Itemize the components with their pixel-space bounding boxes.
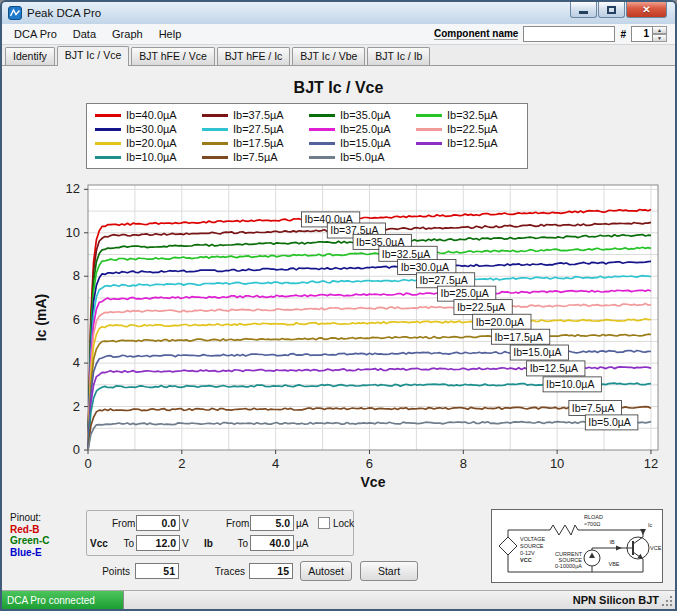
menu-dca-pro[interactable]: DCA Pro xyxy=(6,25,65,43)
traces-input[interactable]: 15 xyxy=(249,563,293,579)
rload-value: ≈700Ω xyxy=(584,521,600,527)
test-circuit-diagram: RLOAD ≈700Ω Ic IB VOLTAGE SOURCE 0-12V V… xyxy=(491,509,663,583)
svg-text:8: 8 xyxy=(460,456,467,471)
legend-label: Ib=20.0µA xyxy=(126,137,177,149)
tab-identify[interactable]: Identify xyxy=(5,47,55,65)
ib-from-label: From xyxy=(226,518,248,529)
resize-grip[interactable] xyxy=(670,604,672,606)
status-bar: DCA Pro connected NPN Silicon BJT xyxy=(2,590,675,609)
legend-item-ib-40-0-a: Ib=40.0µA xyxy=(95,109,198,121)
legend-swatch xyxy=(95,156,121,159)
legend-label: Ib=37.5µA xyxy=(233,109,284,121)
window-title: Peak DCA Pro xyxy=(27,7,101,19)
spinner-up-button[interactable]: ▲ xyxy=(653,26,667,34)
start-button[interactable]: Start xyxy=(360,561,418,581)
pinout-pin-red: Red-B xyxy=(10,524,49,536)
svg-text:4: 4 xyxy=(73,355,80,370)
points-input[interactable]: 51 xyxy=(135,563,179,579)
vcc-from-input[interactable]: 0.0 xyxy=(136,515,180,531)
legend-swatch xyxy=(202,156,228,159)
legend-label: Ib=12.5µA xyxy=(447,137,498,149)
legend-item-ib-20-0-a: Ib=20.0µA xyxy=(95,137,198,149)
curve-label-text: Ib=25.0µA xyxy=(441,287,489,299)
legend-item-ib-22-5-a: Ib=22.5µA xyxy=(416,123,519,135)
voltage-source-line2: SOURCE xyxy=(520,543,544,549)
maximize-button[interactable] xyxy=(598,2,625,18)
ib-from-input[interactable]: 5.0 xyxy=(250,515,294,531)
legend-label: Ib=10.0µA xyxy=(126,151,177,163)
legend-swatch xyxy=(416,128,442,131)
tab-strip: IdentifyBJT Ic / VceBJT hFE / VceBJT hFE… xyxy=(2,45,675,66)
x-axis-label: Vce xyxy=(361,474,386,490)
tab-bjt-ic-ib[interactable]: BJT Ic / Ib xyxy=(367,47,430,65)
tab-bjt-hfe-vce[interactable]: BJT hFE / Vce xyxy=(131,47,215,65)
circuit-labels: RLOAD ≈700Ω Ic IB VOLTAGE SOURCE 0-12V V… xyxy=(520,514,662,569)
legend: Ib=40.0µAIb=37.5µAIb=35.0µAIb=32.5µAIb=3… xyxy=(86,103,528,169)
autoset-button[interactable]: Autoset xyxy=(300,561,352,581)
app-window: Peak DCA Pro ✕ DCA ProDataGraphHelp Comp… xyxy=(0,0,677,611)
legend-label: Ib=15.0µA xyxy=(340,137,391,149)
minimize-button[interactable] xyxy=(570,2,597,18)
legend-item-ib-37-5-a: Ib=37.5µA xyxy=(202,109,305,121)
menu-help[interactable]: Help xyxy=(151,25,190,43)
voltage-source-line1: VOLTAGE xyxy=(520,536,545,542)
sweep-groupbox: From 0.0 V From 5.0 µA Lock Vcc To 12.0 xyxy=(86,510,354,556)
vbe-label: VBE xyxy=(608,561,619,567)
legend-item-ib-25-0-a: Ib=25.0µA xyxy=(309,123,412,135)
legend-swatch xyxy=(309,156,335,159)
legend-swatch xyxy=(202,128,228,131)
legend-item-ib-12-5-a: Ib=12.5µA xyxy=(416,137,519,149)
curve-label-text: Ib=5.0µA xyxy=(588,416,631,428)
curve-label-text: Ib=15.0µA xyxy=(513,346,561,358)
close-icon: ✕ xyxy=(642,4,650,15)
hash-label: # xyxy=(620,29,626,40)
curve-label-text: Ib=32.5µA xyxy=(382,248,430,260)
curve-label-text: Ib=7.5µA xyxy=(572,402,615,414)
legend-item-ib-30-0-a: Ib=30.0µA xyxy=(95,123,198,135)
svg-text:0: 0 xyxy=(73,442,80,457)
vcc-unit-label: V xyxy=(182,538,196,549)
ib-unit-label: µA xyxy=(296,538,310,549)
ib-to-input[interactable]: 40.0 xyxy=(250,535,294,551)
close-button[interactable]: ✕ xyxy=(626,2,667,18)
svg-text:10: 10 xyxy=(66,225,80,240)
legend-label: Ib=17.5µA xyxy=(233,137,284,149)
tab-bjt-ic-vce[interactable]: BJT Ic / Vce xyxy=(57,46,129,66)
component-number-spinner[interactable]: 1 ▲ ▼ xyxy=(631,26,667,42)
legend-label: Ib=35.0µA xyxy=(340,109,391,121)
legend-label: Ib=40.0µA xyxy=(126,109,177,121)
legend-item-ib-27-5-a: Ib=27.5µA xyxy=(202,123,305,135)
tab-bjt-hfe-ic[interactable]: BJT hFE / Ic xyxy=(217,47,291,65)
sweep-row-from: From 0.0 V From 5.0 µA Lock xyxy=(90,514,354,532)
legend-label: Ib=5.0µA xyxy=(340,151,385,163)
spinner-down-button[interactable]: ▼ xyxy=(653,34,667,42)
traces-label: Traces xyxy=(205,566,245,577)
tab-bjt-ic-vbe[interactable]: BJT Ic / Vbe xyxy=(292,47,365,65)
component-name-label: Component name xyxy=(434,28,518,40)
vcc-label: VCC xyxy=(520,557,532,563)
title-bar[interactable]: Peak DCA Pro ✕ xyxy=(2,2,675,24)
legend-swatch xyxy=(416,142,442,145)
lock-control[interactable]: Lock xyxy=(318,517,354,529)
sweep-controls: Pinout: Red-B Green-C Blue-E From 0.0 V … xyxy=(2,506,675,590)
vcc-to-input[interactable]: 12.0 xyxy=(136,535,180,551)
legend-swatch xyxy=(95,142,121,145)
menu-data[interactable]: Data xyxy=(65,25,104,43)
legend-label: Ib=25.0µA xyxy=(340,123,391,135)
pinout-pin-green: Green-C xyxy=(10,535,49,547)
svg-text:12: 12 xyxy=(644,456,658,471)
legend-swatch xyxy=(309,142,335,145)
vcc-from-label: From xyxy=(112,518,134,529)
vce-label: VCE xyxy=(650,545,662,551)
lock-checkbox[interactable] xyxy=(318,517,330,529)
menu-graph[interactable]: Graph xyxy=(104,25,151,43)
menu-bar: DCA ProDataGraphHelp Component name # 1 … xyxy=(2,24,675,45)
svg-text:10: 10 xyxy=(550,456,564,471)
component-name-input[interactable] xyxy=(523,26,615,42)
legend-label: Ib=30.0µA xyxy=(126,123,177,135)
curve-label-text: Ib=17.5µA xyxy=(494,331,542,343)
chart-title: BJT Ic / Vce xyxy=(2,79,675,97)
legend-swatch xyxy=(309,114,335,117)
spinner-value[interactable]: 1 xyxy=(631,26,653,42)
pinout-pin-blue: Blue-E xyxy=(10,547,49,559)
